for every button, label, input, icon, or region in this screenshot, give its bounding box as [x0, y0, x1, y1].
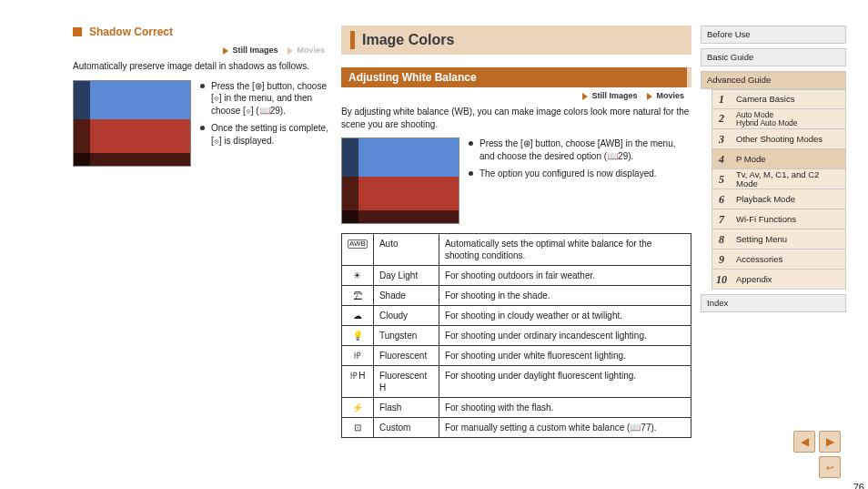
page-number: 76 [853, 482, 864, 489]
shadow-correct-heading: Shadow Correct [73, 25, 332, 38]
wb-icon: ⊡ [342, 418, 374, 438]
triangle-icon [582, 93, 588, 100]
page-title: Image Colors [362, 32, 454, 48]
chapter-number: 7 [712, 209, 731, 229]
chapter-label: P Mode [736, 155, 766, 164]
wb-name: Tungsten [373, 326, 439, 346]
chapter-number: 5 [712, 169, 731, 188]
wb-icon: ☀ [342, 266, 374, 286]
nav-chapter-7[interactable]: 7Wi-Fi Functions [712, 209, 846, 229]
nav-advanced-guide[interactable]: Advanced Guide [701, 71, 846, 89]
wb-name: Fluorescent [373, 346, 439, 366]
chapter-number: 1 [712, 90, 731, 108]
wb-icon: AWB [342, 234, 374, 266]
prev-page-button[interactable]: ◀ [793, 431, 815, 453]
page-title-banner: Image Colors [341, 25, 691, 55]
chapter-number: 8 [712, 229, 731, 249]
instruction-bullet: Press the [⊛] button, choose [AWB] in th… [469, 138, 691, 162]
chevron-left-icon: ◀ [801, 435, 809, 448]
table-row: ⊡CustomFor manually setting a custom whi… [342, 418, 691, 438]
nav-chapter-10[interactable]: 10Appendix [712, 270, 846, 290]
wb-icon: ☁ [342, 306, 374, 326]
media-tags: Still Images Movies [341, 91, 691, 100]
intro-text: Automatically preserve image detail in s… [73, 60, 332, 73]
return-button[interactable]: ↩ [819, 456, 841, 478]
return-icon: ↩ [826, 463, 833, 473]
chapter-label: Camera Basics [736, 95, 794, 104]
wb-desc: For shooting under daylight fluorescent … [439, 366, 691, 398]
instruction-bullet: The option you configured is now display… [469, 168, 691, 180]
nav-chapter-1[interactable]: 1Camera Basics [712, 89, 846, 109]
nav-chapter-4[interactable]: 4P Mode [712, 149, 846, 169]
wb-desc: For shooting with the flash. [439, 398, 691, 418]
nav-chapter-2[interactable]: 2Auto ModeHybrid Auto Mode [712, 109, 846, 129]
wb-desc: For manually setting a custom white bala… [439, 418, 691, 438]
section-title: Shadow Correct [89, 25, 173, 38]
wb-desc: For shooting in the shade. [439, 286, 691, 306]
chapter-label: Other Shooting Modes [736, 135, 823, 144]
wb-desc: For shooting in cloudy weather or at twi… [439, 306, 691, 326]
table-row: ㏋HFluorescent HFor shooting under daylig… [342, 366, 691, 398]
nav-index[interactable]: Index [701, 294, 846, 312]
chapter-label: Appendix [736, 275, 772, 284]
wb-name: Shade [373, 286, 439, 306]
wb-name: Auto [373, 234, 439, 266]
table-row: AWBAutoAutomatically sets the optimal wh… [342, 234, 691, 266]
wb-icon: ㏋H [342, 366, 374, 398]
wb-desc: For shooting under ordinary incandescent… [439, 326, 691, 346]
chapter-number: 10 [712, 270, 731, 289]
table-row: ⚡FlashFor shooting with the flash. [342, 398, 691, 418]
chevron-right-icon: ▶ [826, 435, 834, 448]
heading-marker-icon [73, 27, 82, 36]
wb-name: Day Light [373, 266, 439, 286]
wb-icon: ㏋ [342, 346, 374, 366]
wb-name: Flash [373, 398, 439, 418]
table-row: ⛱ShadeFor shooting in the shade. [342, 286, 691, 306]
white-balance-table: AWBAutoAutomatically sets the optimal wh… [341, 233, 691, 438]
nav-chapter-3[interactable]: 3Other Shooting Modes [712, 129, 846, 149]
table-row: ☁CloudyFor shooting in cloudy weather or… [342, 306, 691, 326]
triangle-icon [288, 47, 293, 55]
title-bar-icon [350, 31, 355, 49]
triangle-icon [647, 93, 652, 100]
nav-basic-guide[interactable]: Basic Guide [701, 48, 846, 66]
triangle-icon [223, 47, 228, 55]
nav-chapter-8[interactable]: 8Setting Menu [712, 229, 846, 250]
wb-name: Cloudy [373, 306, 439, 326]
chapter-label: Setting Menu [736, 235, 787, 244]
chapter-label: Auto ModeHybrid Auto Mode [736, 111, 798, 127]
table-row: ☀Day LightFor shooting outdoors in fair … [342, 266, 691, 286]
camera-preview-thumb [341, 138, 459, 224]
tag-still: Still Images [232, 46, 278, 55]
chapter-number: 2 [712, 109, 731, 128]
subsection-heading: Adjusting White Balance [341, 67, 691, 87]
chapter-label: Tv, Av, M, C1, and C2 Mode [736, 170, 840, 188]
tag-movies: Movies [656, 91, 684, 100]
nav-before-use[interactable]: Before Use [701, 25, 846, 44]
camera-preview-thumb [73, 80, 191, 167]
chapter-number: 6 [712, 189, 731, 209]
wb-icon: ⚡ [342, 398, 374, 418]
chapter-label: Playback Mode [736, 195, 795, 204]
chapter-number: 4 [712, 149, 731, 168]
tag-movies: Movies [297, 46, 325, 55]
nav-chapter-6[interactable]: 6Playback Mode [712, 189, 846, 209]
wb-name: Custom [373, 418, 439, 438]
wb-icon: 💡 [342, 326, 374, 346]
chapter-number: 9 [712, 250, 731, 269]
nav-chapter-5[interactable]: 5Tv, Av, M, C1, and C2 Mode [712, 169, 846, 189]
nav-chapter-9[interactable]: 9Accessories [712, 250, 846, 270]
media-tags: Still Images Movies [73, 46, 332, 55]
wb-desc: For shooting under white fluorescent lig… [439, 346, 691, 366]
wb-desc: For shooting outdoors in fair weather. [439, 266, 691, 286]
guide-nav: Before Use Basic Guide Advanced Guide [701, 25, 846, 89]
wb-name: Fluorescent H [373, 366, 439, 398]
chapter-number: 3 [712, 129, 731, 148]
table-row: 💡TungstenFor shooting under ordinary inc… [342, 326, 691, 346]
instruction-bullet: Press the [⊛] button, choose [⟐] in the … [200, 80, 332, 117]
tag-still: Still Images [591, 91, 637, 100]
next-page-button[interactable]: ▶ [819, 431, 841, 453]
wb-desc: Automatically sets the optimal white bal… [439, 234, 691, 266]
table-row: ㏋FluorescentFor shooting under white flu… [342, 346, 691, 366]
chapter-label: Wi-Fi Functions [736, 215, 796, 224]
